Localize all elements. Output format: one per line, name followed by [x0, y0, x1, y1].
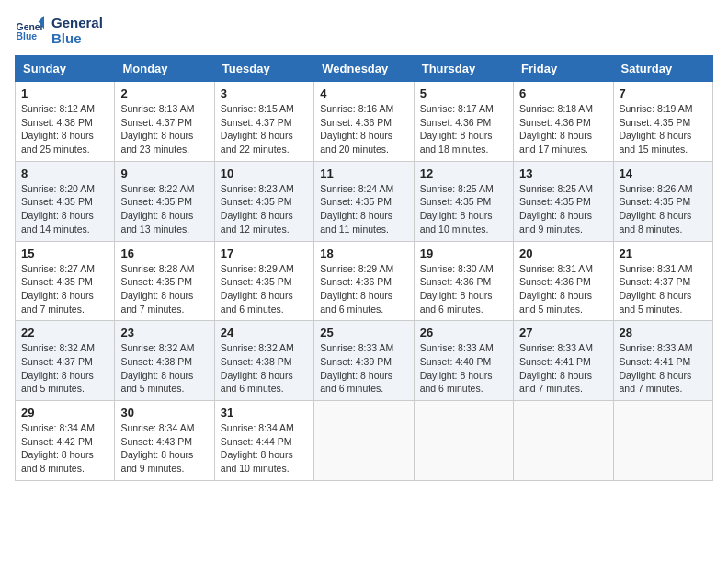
day-info: Sunrise: 8:27 AMSunset: 4:35 PMDaylight:…: [21, 262, 108, 316]
day-number: 27: [519, 326, 607, 339]
day-number: 21: [620, 247, 707, 260]
week-row-1: 1Sunrise: 8:12 AMSunset: 4:38 PMDaylight…: [16, 82, 713, 162]
day-info: Sunrise: 8:32 AMSunset: 4:37 PMDaylight:…: [21, 341, 108, 396]
day-cell: 7Sunrise: 8:19 AMSunset: 4:35 PMDaylight…: [613, 82, 712, 162]
day-cell: 26Sunrise: 8:33 AMSunset: 4:40 PMDayligh…: [414, 321, 513, 401]
day-info: Sunrise: 8:33 AMSunset: 4:41 PMDaylight:…: [620, 341, 707, 396]
day-cell: 20Sunrise: 8:31 AMSunset: 4:36 PMDayligh…: [514, 241, 613, 321]
day-info: Sunrise: 8:12 AMSunset: 4:38 PMDaylight:…: [21, 102, 108, 156]
day-cell: 10Sunrise: 8:23 AMSunset: 4:35 PMDayligh…: [214, 161, 313, 241]
day-info: Sunrise: 8:33 AMSunset: 4:39 PMDaylight:…: [320, 341, 407, 396]
day-info: Sunrise: 8:26 AMSunset: 4:35 PMDaylight:…: [620, 182, 707, 236]
day-info: Sunrise: 8:31 AMSunset: 4:37 PMDaylight:…: [620, 262, 707, 316]
day-cell: 17Sunrise: 8:29 AMSunset: 4:35 PMDayligh…: [214, 241, 313, 321]
logo-text-general: General: [51, 15, 103, 30]
week-row-3: 15Sunrise: 8:27 AMSunset: 4:35 PMDayligh…: [16, 241, 713, 321]
day-cell: 9Sunrise: 8:22 AMSunset: 4:35 PMDaylight…: [115, 161, 214, 241]
day-cell: 27Sunrise: 8:33 AMSunset: 4:41 PMDayligh…: [514, 321, 613, 401]
day-number: 25: [320, 326, 407, 339]
day-cell: 12Sunrise: 8:25 AMSunset: 4:35 PMDayligh…: [414, 161, 513, 241]
day-number: 5: [420, 86, 507, 100]
day-info: Sunrise: 8:25 AMSunset: 4:35 PMDaylight:…: [420, 182, 507, 236]
day-number: 24: [221, 326, 308, 339]
day-cell: 30Sunrise: 8:34 AMSunset: 4:43 PMDayligh…: [115, 401, 214, 481]
day-info: Sunrise: 8:24 AMSunset: 4:35 PMDaylight:…: [320, 182, 407, 236]
day-number: 26: [420, 326, 507, 339]
day-info: Sunrise: 8:13 AMSunset: 4:37 PMDaylight:…: [120, 102, 208, 156]
day-cell: 11Sunrise: 8:24 AMSunset: 4:35 PMDayligh…: [314, 161, 414, 241]
day-info: Sunrise: 8:18 AMSunset: 4:36 PMDaylight:…: [519, 102, 607, 156]
day-number: 8: [21, 167, 108, 180]
week-row-4: 22Sunrise: 8:32 AMSunset: 4:37 PMDayligh…: [16, 321, 713, 401]
week-row-5: 29Sunrise: 8:34 AMSunset: 4:42 PMDayligh…: [16, 401, 713, 481]
logo: General Blue General Blue: [15, 15, 103, 46]
day-number: 1: [21, 86, 108, 100]
day-number: 16: [120, 247, 208, 260]
day-cell: 4Sunrise: 8:16 AMSunset: 4:36 PMDaylight…: [314, 82, 414, 162]
day-info: Sunrise: 8:34 AMSunset: 4:42 PMDaylight:…: [21, 421, 108, 476]
day-number: 31: [221, 406, 308, 419]
day-number: 18: [320, 247, 407, 260]
day-cell: 5Sunrise: 8:17 AMSunset: 4:36 PMDaylight…: [414, 82, 513, 162]
day-cell: 23Sunrise: 8:32 AMSunset: 4:38 PMDayligh…: [115, 321, 214, 401]
day-info: Sunrise: 8:22 AMSunset: 4:35 PMDaylight:…: [120, 182, 208, 236]
day-info: Sunrise: 8:19 AMSunset: 4:35 PMDaylight:…: [620, 102, 707, 156]
day-number: 10: [221, 167, 308, 180]
day-number: 4: [320, 86, 407, 100]
day-number: 3: [221, 86, 308, 100]
day-info: Sunrise: 8:15 AMSunset: 4:37 PMDaylight:…: [221, 102, 308, 156]
header-monday: Monday: [115, 56, 214, 82]
day-cell: [314, 401, 414, 481]
day-cell: 14Sunrise: 8:26 AMSunset: 4:35 PMDayligh…: [613, 161, 712, 241]
day-number: 17: [221, 247, 308, 260]
day-info: Sunrise: 8:20 AMSunset: 4:35 PMDaylight:…: [21, 182, 108, 236]
logo-icon: General Blue: [15, 16, 44, 45]
day-info: Sunrise: 8:32 AMSunset: 4:38 PMDaylight:…: [120, 341, 208, 396]
day-info: Sunrise: 8:16 AMSunset: 4:36 PMDaylight:…: [320, 102, 407, 156]
day-info: Sunrise: 8:32 AMSunset: 4:38 PMDaylight:…: [221, 341, 308, 396]
day-number: 11: [320, 167, 407, 180]
day-number: 22: [21, 326, 108, 339]
day-info: Sunrise: 8:34 AMSunset: 4:43 PMDaylight:…: [120, 421, 208, 476]
day-number: 14: [620, 167, 707, 180]
day-number: 6: [519, 86, 607, 100]
day-number: 7: [620, 86, 707, 100]
day-number: 23: [120, 326, 208, 339]
day-cell: 24Sunrise: 8:32 AMSunset: 4:38 PMDayligh…: [214, 321, 313, 401]
day-number: 9: [120, 167, 208, 180]
day-info: Sunrise: 8:23 AMSunset: 4:35 PMDaylight:…: [221, 182, 308, 236]
day-number: 15: [21, 247, 108, 260]
logo-text-blue: Blue: [51, 30, 103, 46]
day-cell: 25Sunrise: 8:33 AMSunset: 4:39 PMDayligh…: [314, 321, 414, 401]
calendar-table: SundayMondayTuesdayWednesdayThursdayFrid…: [15, 55, 713, 481]
page-header: General Blue General Blue: [15, 15, 713, 46]
day-cell: 2Sunrise: 8:13 AMSunset: 4:37 PMDaylight…: [115, 82, 214, 162]
day-info: Sunrise: 8:28 AMSunset: 4:35 PMDaylight:…: [120, 262, 208, 316]
day-number: 29: [21, 406, 108, 419]
header-wednesday: Wednesday: [314, 56, 414, 82]
day-info: Sunrise: 8:29 AMSunset: 4:35 PMDaylight:…: [221, 262, 308, 316]
day-cell: 16Sunrise: 8:28 AMSunset: 4:35 PMDayligh…: [115, 241, 214, 321]
day-cell: 15Sunrise: 8:27 AMSunset: 4:35 PMDayligh…: [16, 241, 115, 321]
svg-text:Blue: Blue: [17, 31, 38, 41]
day-cell: [613, 401, 712, 481]
header-saturday: Saturday: [613, 56, 712, 82]
day-info: Sunrise: 8:33 AMSunset: 4:41 PMDaylight:…: [519, 341, 607, 396]
day-cell: 13Sunrise: 8:25 AMSunset: 4:35 PMDayligh…: [514, 161, 613, 241]
day-info: Sunrise: 8:29 AMSunset: 4:36 PMDaylight:…: [320, 262, 407, 316]
day-number: 28: [620, 326, 707, 339]
day-info: Sunrise: 8:34 AMSunset: 4:44 PMDaylight:…: [221, 421, 308, 476]
day-cell: 1Sunrise: 8:12 AMSunset: 4:38 PMDaylight…: [16, 82, 115, 162]
day-cell: 21Sunrise: 8:31 AMSunset: 4:37 PMDayligh…: [613, 241, 712, 321]
day-cell: 31Sunrise: 8:34 AMSunset: 4:44 PMDayligh…: [214, 401, 313, 481]
day-cell: 29Sunrise: 8:34 AMSunset: 4:42 PMDayligh…: [16, 401, 115, 481]
day-number: 13: [519, 167, 607, 180]
day-cell: 19Sunrise: 8:30 AMSunset: 4:36 PMDayligh…: [414, 241, 513, 321]
day-cell: 22Sunrise: 8:32 AMSunset: 4:37 PMDayligh…: [16, 321, 115, 401]
day-number: 2: [120, 86, 208, 100]
calendar-header-row: SundayMondayTuesdayWednesdayThursdayFrid…: [16, 56, 713, 82]
day-cell: [514, 401, 613, 481]
day-info: Sunrise: 8:31 AMSunset: 4:36 PMDaylight:…: [519, 262, 607, 316]
header-tuesday: Tuesday: [214, 56, 313, 82]
day-info: Sunrise: 8:17 AMSunset: 4:36 PMDaylight:…: [420, 102, 507, 156]
